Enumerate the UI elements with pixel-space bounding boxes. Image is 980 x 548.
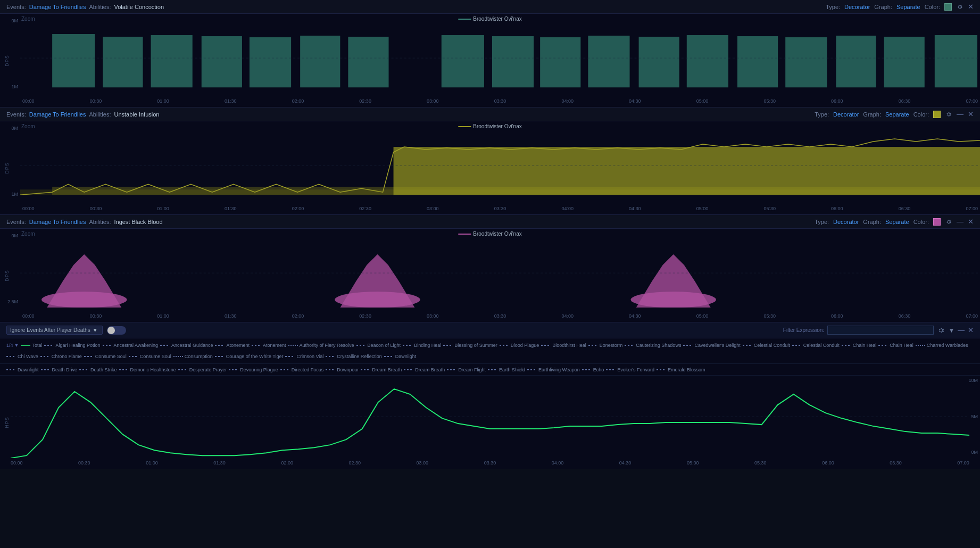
legend-r2-1-label: Dawnlight xyxy=(18,367,39,372)
legend-cave-label: Cavedweller's Delight xyxy=(694,343,740,348)
panel2-close-icon[interactable]: ✕ xyxy=(968,111,974,118)
filter-dropdown-arrow[interactable]: ▼ xyxy=(949,327,954,334)
main-chart-right-labels: 10M 5M 0M xyxy=(968,376,978,457)
panel1-header-left: Events: Damage To Friendlies Abilities: … xyxy=(6,4,164,10)
panel1-close-icon[interactable]: ✕ xyxy=(968,3,974,10)
legend-blessing[interactable]: Blessing of Summer xyxy=(443,343,497,348)
legend-binding[interactable]: Binding Heal xyxy=(403,343,441,348)
panel2-legend-name: Broodtwister Ovi'nax xyxy=(473,123,521,129)
filter-close-icon[interactable]: ✕ xyxy=(968,327,974,334)
legend-blood-plague[interactable]: Blood Plague xyxy=(500,343,539,348)
legend-chain-heal2[interactable]: Chain Heal xyxy=(878,343,913,348)
legend-chi-wave[interactable]: Chi Wave xyxy=(6,354,38,359)
legend-crimson[interactable]: Crimson Vial xyxy=(285,354,323,359)
legend-cel2-label: Celestial Conduit xyxy=(803,343,840,348)
panel1-type-value: Decorator xyxy=(844,4,870,10)
legend-df-label: Dream Flight xyxy=(458,367,486,372)
legend-dawnlight[interactable]: Dawnlight xyxy=(384,354,417,359)
panel3-header-left: Events: Damage To Friendlies Abilities: … xyxy=(6,219,163,225)
panel3-legend-line xyxy=(458,234,471,235)
legend-at2-label: Atonement xyxy=(263,343,286,348)
legend-atonement2[interactable]: Atonement xyxy=(252,343,286,348)
legend-earth-shield[interactable]: Earth Shield xyxy=(488,367,525,372)
panel1-color-swatch[interactable] xyxy=(944,3,952,11)
panel3-gear-icon[interactable] xyxy=(945,218,952,226)
panel1-events-value: Damage To Friendlies xyxy=(29,4,86,10)
legend-celestial1[interactable]: Celestial Conduit xyxy=(743,343,790,348)
legend-authority[interactable]: Authority of Fiery Resolve xyxy=(288,343,354,348)
legend-total-label: Total xyxy=(32,343,42,348)
legend-cavedweller[interactable]: Cavedweller's Delight xyxy=(683,343,740,348)
panel3-y-axis: 2.5M 0M xyxy=(0,229,20,309)
legend-evokers-forward[interactable]: Evoker's Forward xyxy=(606,367,654,372)
legend-bloodthirst[interactable]: Bloodthirst Heal xyxy=(541,343,586,348)
panel3-color-swatch[interactable] xyxy=(933,218,941,226)
legend-algari[interactable]: Algari Healing Potion xyxy=(44,343,100,348)
legend-blessing-label: Blessing of Summer xyxy=(454,343,497,348)
legend-death-drive[interactable]: Death Drive xyxy=(41,367,78,372)
main-y-axis-title: HPS xyxy=(4,417,10,428)
panel2-minus-icon[interactable]: — xyxy=(957,111,964,118)
panel2-chart-panel: Zoom Broodtwister Ovi'nax DPS 1M 0M 00:0… xyxy=(0,121,980,215)
filter-minus-icon[interactable]: — xyxy=(958,327,965,334)
legend-emerald-blossom[interactable]: Emerald Blossom xyxy=(657,367,705,372)
legend-earthliving[interactable]: Earthliving Weapon xyxy=(527,367,580,372)
legend-ancestral-guidance[interactable]: Ancestral Guidance xyxy=(160,343,213,348)
legend-downpour[interactable]: Downpour xyxy=(326,367,359,372)
panel3-minus-icon[interactable]: — xyxy=(957,218,964,225)
legend-page-arrow[interactable]: ▼ xyxy=(14,343,19,348)
legend-total[interactable]: Total xyxy=(21,343,42,348)
legend-celestial2[interactable]: Celestial Conduit xyxy=(792,343,840,348)
panel3-chart-svg xyxy=(20,238,980,308)
legend-dream-breath1[interactable]: Dream Breath xyxy=(361,367,402,372)
legend-dream-breath2[interactable]: Dream Breath xyxy=(404,367,445,372)
legend-binding-line xyxy=(403,345,412,346)
legend-dir-line xyxy=(280,369,290,370)
filter-gear-icon[interactable] xyxy=(937,326,945,335)
legend-blessing-line xyxy=(443,345,453,346)
panel1-legend-name: Broodtwister Ovi'nax xyxy=(473,16,521,22)
legend-chain-heal1[interactable]: Chain Heal xyxy=(842,343,877,348)
legend-cons-label: Consumption xyxy=(185,354,213,359)
legend-ds-line xyxy=(79,369,89,370)
panel2-gear-icon[interactable] xyxy=(945,111,952,118)
legend-charred-label: Charred Warblades xyxy=(927,343,968,348)
svg-rect-8 xyxy=(492,36,534,87)
legend-death-strike[interactable]: Death Strike xyxy=(79,367,117,372)
legend-beacon[interactable]: Beacon of Light xyxy=(356,343,401,348)
legend-chrono[interactable]: Chrono Flame xyxy=(40,354,82,359)
legend-consume2[interactable]: Consume Soul xyxy=(129,354,171,359)
legend-consume1[interactable]: Consume Soul xyxy=(84,354,127,359)
panel2-color-swatch[interactable] xyxy=(933,111,941,118)
ignore-events-dropdown[interactable]: Ignore Events After Player Deaths ▼ xyxy=(6,326,103,335)
legend-desperate[interactable]: Desperate Prayer xyxy=(178,367,227,372)
legend-echo[interactable]: Echo xyxy=(582,367,604,372)
panel3-close-icon[interactable]: ✕ xyxy=(968,218,974,225)
panel1-legend-line xyxy=(458,19,471,20)
filter-bar: Ignore Events After Player Deaths ▼ Filt… xyxy=(0,322,980,338)
legend-dream-flight[interactable]: Dream Flight xyxy=(447,367,486,372)
legend-cryst-line xyxy=(326,356,335,357)
legend-ancestral-awakening[interactable]: Ancestral Awakening xyxy=(103,343,158,348)
legend-devouring[interactable]: Devouring Plague xyxy=(229,367,278,372)
legend-es-line xyxy=(488,369,497,370)
legend-atonement1[interactable]: Atonement xyxy=(215,343,250,348)
legend-bar: 1/4 ▼ Total Algari Healing Potion Ancest… xyxy=(0,338,980,364)
legend-cauterizing[interactable]: Cauterizing Shadows xyxy=(625,343,681,348)
legend-courage[interactable]: Courage of the White Tiger xyxy=(215,354,284,359)
legend-demonic[interactable]: Demonic Healthstone xyxy=(119,367,176,372)
legend-directed[interactable]: Directed Focus xyxy=(280,367,324,372)
legend-crystalline[interactable]: Crystalline Reflection xyxy=(326,354,382,359)
legend-r2-1[interactable]: Dawnlight xyxy=(6,367,39,372)
legend-db1-label: Dream Breath xyxy=(372,367,402,372)
filter-expression-input[interactable] xyxy=(827,326,934,335)
legend-charred[interactable]: Charred Warblades xyxy=(916,343,968,348)
main-x-axis: 00:00 00:30 01:00 01:30 02:00 02:30 03:0… xyxy=(11,457,969,469)
panel1-x-1: 00:30 xyxy=(90,98,102,104)
panel1-gear-icon[interactable] xyxy=(956,3,964,11)
ignore-events-toggle[interactable] xyxy=(107,326,126,335)
legend-bonestorm[interactable]: Bonestorm xyxy=(588,343,623,348)
svg-marker-26 xyxy=(340,254,414,308)
panel3-abilities-label: Abilities: xyxy=(89,219,111,225)
legend-consumption[interactable]: Consumption xyxy=(173,354,213,359)
